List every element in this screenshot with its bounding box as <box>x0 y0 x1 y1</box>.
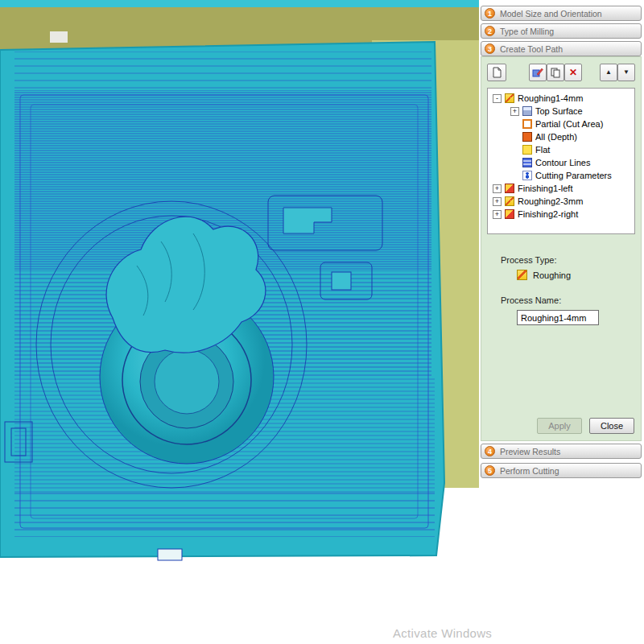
activate-windows-watermark: Activate Windows <box>393 626 492 640</box>
process-type-text: Roughing <box>533 270 571 280</box>
stock-tab <box>50 31 68 43</box>
delete-icon: ✕ <box>569 68 577 77</box>
tree-item-top-surface[interactable]: + Top Surface <box>489 105 633 118</box>
close-button[interactable]: Close <box>589 418 634 434</box>
step-header-perform-cutting[interactable]: 5 Perform Cutting <box>481 463 642 478</box>
depth-icon <box>522 132 532 142</box>
new-document-icon <box>491 67 502 78</box>
step-header-model-size[interactable]: 1 Model Size and Orientation <box>481 6 642 21</box>
tree-item-finishing2[interactable]: + Finishing2-right <box>489 208 633 221</box>
tree-item-label: Top Surface <box>535 106 583 116</box>
tree-item-label: Finishing1-left <box>518 184 572 193</box>
delete-toolpath-button[interactable]: ✕ <box>564 64 582 81</box>
tree-item-label: Contour Lines <box>535 158 591 167</box>
step-2-label: Type of Milling <box>500 27 554 36</box>
tree-item-roughing2[interactable]: + Roughing2-3mm <box>489 195 633 208</box>
step-2-badge-icon: 2 <box>485 26 495 36</box>
process-type-value: Roughing <box>517 270 571 280</box>
tree-expand-icon[interactable]: + <box>493 197 502 206</box>
tree-expand-icon[interactable]: + <box>510 107 519 116</box>
toolpath-toolbar: ✕ ▲ ▼ <box>487 64 635 81</box>
move-down-button[interactable]: ▼ <box>617 64 635 81</box>
step-header-preview-results[interactable]: 4 Preview Results <box>481 444 642 459</box>
roughing-icon <box>517 270 527 280</box>
tree-item-finishing1[interactable]: + Finishing1-left <box>489 182 633 195</box>
cut-area-icon <box>522 119 532 129</box>
step-1-badge-icon: 1 <box>485 8 495 19</box>
panel-actions: Apply Close <box>537 418 634 434</box>
process-name-label: Process Name: <box>501 295 561 305</box>
contour-lines-icon <box>522 158 532 167</box>
copy-icon <box>550 67 561 78</box>
arrow-down-icon: ▼ <box>623 69 630 76</box>
tree-item-label: Cutting Parameters <box>535 171 612 180</box>
model-scene <box>0 0 479 644</box>
roughing-icon <box>505 196 514 206</box>
parameters-icon <box>522 171 532 180</box>
tree-item-label: All (Depth) <box>535 132 577 142</box>
edit-toolpath-icon <box>532 67 543 78</box>
tree-item-partial[interactable]: Partial (Cut Area) <box>489 118 633 130</box>
flat-icon <box>522 145 532 155</box>
apply-button[interactable]: Apply <box>537 418 582 434</box>
finishing-icon <box>505 184 514 193</box>
tree-item-all-depth[interactable]: All (Depth) <box>489 130 633 143</box>
tree-item-label: Flat <box>535 145 550 155</box>
finishing-icon <box>505 209 514 219</box>
step-5-label: Perform Cutting <box>500 466 559 476</box>
step-4-badge-icon: 4 <box>485 446 495 456</box>
step-header-create-tool-path[interactable]: 3 Create Tool Path <box>481 41 642 56</box>
step-5-badge-icon: 5 <box>485 465 495 476</box>
tree-item-contour-lines[interactable]: Contour Lines <box>489 156 633 169</box>
arrow-up-icon: ▲ <box>605 69 612 76</box>
wizard-panel: 1 Model Size and Orientation 2 Type of M… <box>479 0 644 644</box>
step-3-badge-icon: 3 <box>485 43 495 54</box>
surface-icon <box>522 106 532 116</box>
tree-item-roughing1[interactable]: - Roughing1-4mm <box>489 92 633 105</box>
bottom-notch <box>158 549 182 560</box>
edit-toolpath-button[interactable] <box>529 64 547 81</box>
create-tool-path-panel: ✕ ▲ ▼ - Roughing1-4mm + Top Surface <box>481 56 642 441</box>
tree-item-label: Partial (Cut Area) <box>535 119 603 129</box>
3d-viewport[interactable] <box>0 0 479 644</box>
process-name-input[interactable] <box>517 310 599 325</box>
roughing-icon <box>505 93 514 103</box>
tree-item-label: Roughing1-4mm <box>518 93 583 103</box>
new-toolpath-button[interactable] <box>487 64 506 81</box>
copy-toolpath-button[interactable] <box>547 64 564 81</box>
tree-item-cutting-parameters[interactable]: Cutting Parameters <box>489 169 633 182</box>
step-header-type-of-milling[interactable]: 2 Type of Milling <box>481 23 642 39</box>
tree-expand-icon[interactable]: + <box>493 210 502 219</box>
tree-expand-icon[interactable]: + <box>493 184 502 193</box>
toolpath-tree: - Roughing1-4mm + Top Surface Partial (C… <box>487 88 635 234</box>
tree-item-flat[interactable]: Flat <box>489 143 633 156</box>
step-4-label: Preview Results <box>500 447 560 456</box>
process-type-label: Process Type: <box>501 255 557 265</box>
move-up-button[interactable]: ▲ <box>600 64 617 81</box>
tree-item-label: Finishing2-right <box>518 209 578 219</box>
step-3-label: Create Tool Path <box>500 44 563 54</box>
step-1-label: Model Size and Orientation <box>500 9 602 19</box>
tree-collapse-icon[interactable]: - <box>493 94 502 103</box>
tree-item-label: Roughing2-3mm <box>518 196 583 206</box>
viewport-top-strip <box>0 0 479 7</box>
